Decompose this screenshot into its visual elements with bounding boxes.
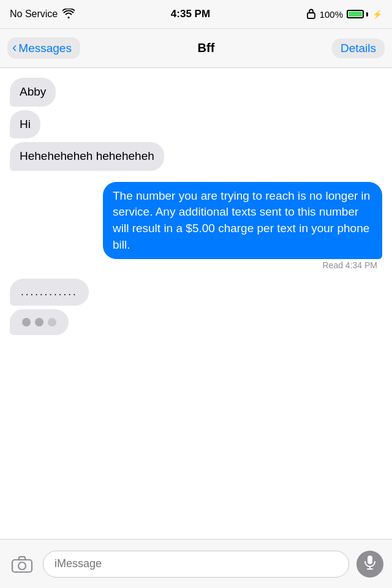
status-time: 4:35 PM — [171, 8, 210, 20]
carrier-text: No Service — [10, 9, 58, 20]
battery-container — [347, 10, 368, 18]
details-button[interactable]: Details — [332, 39, 385, 58]
camera-button[interactable] — [9, 551, 36, 578]
message-text: The number you are trying to reach is no… — [113, 189, 370, 251]
bolt-icon: ⚡ — [372, 10, 382, 19]
message-text: Abby — [20, 85, 46, 98]
typing-dot-2 — [35, 318, 43, 326]
incoming-bubble: Heheheheheh heheheheh — [10, 142, 164, 171]
messages-area: Abby Hi Heheheheheh heheheheh The number… — [0, 68, 392, 533]
message-row: Hi — [10, 110, 382, 139]
typing-row: ............ — [10, 279, 382, 306]
message-row: The number you are trying to reach is no… — [10, 182, 382, 259]
message-text: Hi — [20, 118, 31, 130]
back-button[interactable]: ‹ Messages — [7, 37, 80, 59]
wifi-icon — [62, 9, 75, 20]
navigation-bar: ‹ Messages Bff Details — [0, 29, 392, 68]
battery-percent: 100% — [320, 9, 343, 20]
typing-text-bubble: ............ — [10, 279, 89, 306]
mic-button[interactable] — [356, 551, 383, 578]
mic-icon — [364, 555, 375, 573]
message-input[interactable] — [43, 551, 349, 578]
read-receipt: Read 4:34 PM — [10, 260, 382, 270]
status-left: No Service — [10, 9, 75, 20]
back-label: Messages — [18, 42, 72, 55]
lock-icon — [306, 8, 316, 21]
outgoing-bubble: The number you are trying to reach is no… — [103, 182, 382, 259]
typing-indicator-row — [10, 309, 382, 335]
bottom-input-bar — [0, 539, 392, 588]
svg-rect-0 — [307, 13, 315, 18]
chevron-left-icon: ‹ — [12, 40, 17, 56]
svg-rect-3 — [368, 556, 372, 564]
typing-dot-1 — [22, 318, 31, 326]
camera-icon — [11, 555, 33, 573]
message-text: Heheheheheh heheheheh — [20, 149, 154, 162]
incoming-bubble: Abby — [10, 78, 56, 107]
typing-dots-bubble — [10, 309, 69, 335]
svg-point-2 — [18, 562, 26, 570]
status-right: 100% ⚡ — [306, 8, 382, 21]
conversation-title: Bff — [198, 41, 215, 55]
typing-text: ............ — [21, 286, 78, 298]
status-bar: No Service 4:35 PM 100% ⚡ — [0, 0, 392, 29]
incoming-bubble: Hi — [10, 110, 40, 139]
message-row: Abby — [10, 78, 382, 107]
message-row: Heheheheheh heheheheh — [10, 142, 382, 171]
outgoing-section: The number you are trying to reach is no… — [10, 182, 382, 270]
typing-dot-3 — [48, 318, 56, 326]
